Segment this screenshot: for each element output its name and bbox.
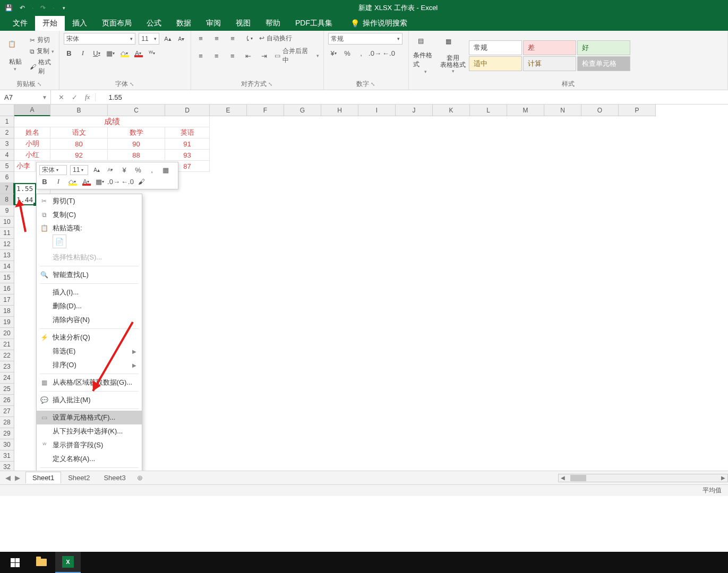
column-header-H[interactable]: H <box>321 105 358 116</box>
align-top-icon[interactable]: ≡ <box>195 33 206 44</box>
row-header-29[interactable]: 29 <box>0 428 14 439</box>
chevron-down-icon[interactable]: ▼ <box>42 94 50 100</box>
ctx-from-table[interactable]: ▦从表格/区域获取数据(G)... <box>37 376 142 389</box>
accounting-format-icon[interactable]: ¥▾ <box>328 48 339 58</box>
row-header-31[interactable]: 31 <box>0 450 14 462</box>
cell[interactable]: 英语 <box>165 127 210 138</box>
cell[interactable]: 语文 <box>50 127 108 138</box>
wrap-text-button[interactable]: ↩自动换行 <box>259 34 292 43</box>
column-header-D[interactable]: D <box>165 105 210 116</box>
formula-input[interactable]: 1.55 <box>103 93 728 101</box>
row-header-21[interactable]: 21 <box>0 339 14 350</box>
ctx-format-cells[interactable]: ▭设置单元格格式(F)... <box>37 411 142 424</box>
align-right-icon[interactable]: ≡ <box>227 50 238 61</box>
mini-percent-icon[interactable]: % <box>133 164 143 175</box>
column-header-E[interactable]: E <box>210 105 247 116</box>
mini-size-combo[interactable]: 11▾ <box>70 165 88 175</box>
tab-view[interactable]: 视图 <box>228 16 258 31</box>
ctx-sort[interactable]: 排序(O)▶ <box>37 358 142 372</box>
enter-icon[interactable]: ✓ <box>72 93 78 101</box>
cell[interactable]: 姓名 <box>14 127 50 138</box>
cell[interactable]: 数学 <box>108 127 165 138</box>
comma-format-icon[interactable]: , <box>356 48 366 58</box>
row-header-10[interactable]: 10 <box>0 216 14 228</box>
border-button[interactable]: ▦▾ <box>105 48 116 58</box>
increase-indent-icon[interactable]: ⇥ <box>259 50 270 61</box>
row-header-28[interactable]: 28 <box>0 417 14 428</box>
start-button[interactable] <box>2 552 28 573</box>
tab-file[interactable]: 文件 <box>5 16 35 31</box>
mini-increase-font-icon[interactable]: A▴ <box>91 164 102 175</box>
row-header-25[interactable]: 25 <box>0 384 14 395</box>
column-header-N[interactable]: N <box>544 105 581 116</box>
align-middle-icon[interactable]: ≡ <box>211 33 222 44</box>
decrease-font-icon[interactable]: A▾ <box>176 33 186 44</box>
cell[interactable]: 小明 <box>14 138 50 150</box>
row-header-12[interactable]: 12 <box>0 239 14 250</box>
ctx-cut[interactable]: ✂剪切(T) <box>37 194 142 208</box>
cell-title[interactable]: 成绩 <box>14 116 210 127</box>
file-explorer-button[interactable] <box>29 552 54 573</box>
ctx-clear[interactable]: 清除内容(N) <box>37 313 142 327</box>
column-header-M[interactable]: M <box>507 105 544 116</box>
chevron-left-icon[interactable]: ◀ <box>5 474 11 482</box>
mini-italic-button[interactable]: I <box>53 176 64 187</box>
bold-button[interactable]: B <box>64 48 74 58</box>
row-header-13[interactable]: 13 <box>0 250 14 261</box>
row-header-1[interactable]: 1 <box>0 116 14 127</box>
column-headers[interactable]: ABCDEFGHIJKLMNOP <box>14 105 656 116</box>
redo-icon[interactable]: ↷ <box>39 4 47 12</box>
font-size-combo[interactable]: 11▾ <box>139 33 159 45</box>
mini-format-painter-icon[interactable]: 🖌 <box>136 176 147 187</box>
tab-home[interactable]: 开始 <box>35 16 65 31</box>
mini-font-color-icon[interactable]: A▾ <box>81 176 91 187</box>
row-header-16[interactable]: 16 <box>0 283 14 294</box>
sheet-tab-3[interactable]: Sheet3 <box>97 472 132 483</box>
cut-button[interactable]: ✂剪切 <box>30 36 55 45</box>
column-header-P[interactable]: P <box>619 105 656 116</box>
column-header-I[interactable]: I <box>358 105 396 116</box>
orientation-icon[interactable]: ⤹▾ <box>243 33 254 44</box>
mini-decrease-font-icon[interactable]: A▾ <box>105 164 116 175</box>
row-header-19[interactable]: 19 <box>0 317 14 328</box>
scroll-left-icon[interactable]: ◀ <box>559 475 567 481</box>
cell[interactable]: 92 <box>50 150 108 161</box>
ctx-dropdown-pick[interactable]: 从下拉列表中选择(K)... <box>37 424 142 438</box>
ctx-filter[interactable]: 筛选(E)▶ <box>37 344 142 358</box>
cancel-icon[interactable]: ✕ <box>58 93 64 101</box>
select-all-corner[interactable] <box>0 105 14 116</box>
style-neutral[interactable]: 适中 <box>469 56 522 71</box>
decrease-decimal-icon[interactable]: ←.0 <box>383 48 394 58</box>
row-header-15[interactable]: 15 <box>0 272 14 283</box>
row-header-8[interactable]: 8 <box>0 194 14 205</box>
tab-layout[interactable]: 页面布局 <box>95 16 139 31</box>
cell[interactable]: 91 <box>165 138 210 150</box>
italic-button[interactable]: I <box>78 48 88 58</box>
row-header-30[interactable]: 30 <box>0 439 14 450</box>
font-dialog-launcher[interactable]: ⤡ <box>128 81 135 88</box>
excel-taskbar-button[interactable]: X <box>55 552 81 573</box>
ctx-delete[interactable]: 删除(D)... <box>37 299 142 313</box>
row-header-14[interactable]: 14 <box>0 261 14 272</box>
style-normal[interactable]: 常规 <box>469 40 522 55</box>
scroll-right-icon[interactable]: ▶ <box>719 475 727 481</box>
qat-customize-icon[interactable]: ▾ <box>60 4 68 12</box>
cell[interactable]: 小李 <box>14 161 36 172</box>
new-sheet-button[interactable]: ⊕ <box>133 474 147 482</box>
row-header-27[interactable]: 27 <box>0 406 14 417</box>
tell-me[interactable]: 💡 操作说明搜索 <box>343 16 415 31</box>
column-header-K[interactable]: K <box>433 105 470 116</box>
tab-formulas[interactable]: 公式 <box>139 16 169 31</box>
fx-icon[interactable]: fx <box>85 93 96 101</box>
decrease-indent-icon[interactable]: ⇤ <box>243 50 254 61</box>
mini-font-combo[interactable]: 宋体▾ <box>39 165 67 175</box>
cell-styles-gallery[interactable]: 常规 差 好 适中 计算 检查单元格 <box>468 40 631 72</box>
font-name-combo[interactable]: 宋体▾ <box>64 33 135 45</box>
percent-format-icon[interactable]: % <box>342 48 353 58</box>
font-color-button[interactable]: A▾ <box>133 48 143 58</box>
cell[interactable]: 小红 <box>14 150 50 161</box>
scroll-thumb[interactable] <box>570 475 586 481</box>
row-header-23[interactable]: 23 <box>0 361 14 372</box>
style-good[interactable]: 好 <box>577 40 630 55</box>
format-as-table-button[interactable]: ▦套用 表格格式▾ <box>441 37 465 74</box>
